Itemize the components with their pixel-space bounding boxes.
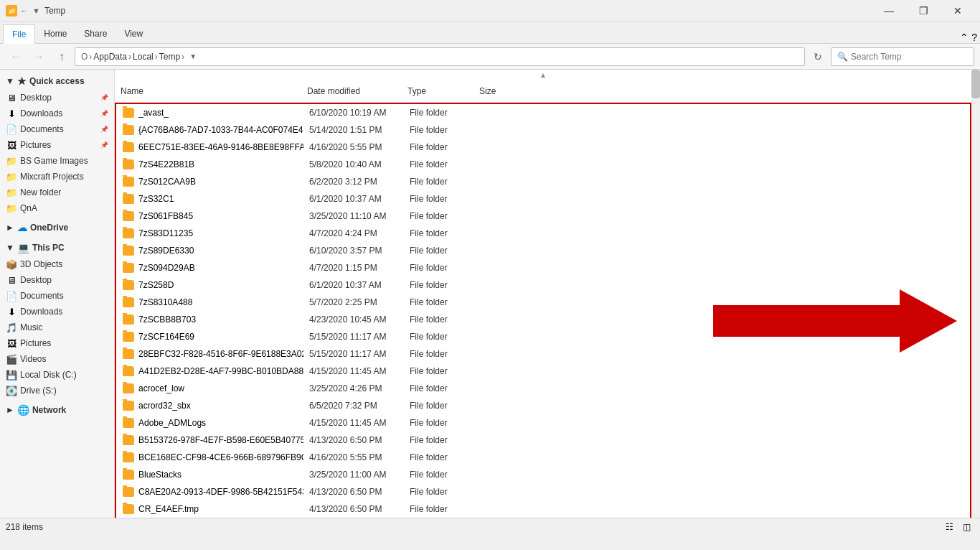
table-row[interactable]: C8AE20A2-0913-4DEF-9986-5B42151F54374/13… (116, 483, 970, 500)
sidebar-item-pictures[interactable]: 🖼 Pictures 📌 (0, 137, 114, 153)
table-row[interactable]: 28EBFC32-F828-4516-8F6F-9E6188E3A02A5/15… (116, 345, 970, 363)
sidebar-item-qna[interactable]: 📁 QnA (0, 200, 114, 216)
sidebar-item-videos[interactable]: 🎬 Videos (0, 351, 114, 367)
table-row[interactable]: 7zS061FB8453/25/2020 11:10 AMFile folder (116, 208, 970, 225)
file-size (476, 490, 533, 493)
table-row[interactable]: 7zS32C16/1/2020 10:37 AMFile folder (116, 190, 970, 208)
table-row[interactable]: {AC76BA86-7AD7-1033-7B44-AC0F074E4...5/1… (116, 121, 970, 139)
sidebar-item-mixcraft[interactable]: 📁 Mixcraft Projects (0, 169, 114, 185)
file-name: 6EEC751E-83EE-46A9-9146-8BE8E98FFA65 (138, 142, 303, 152)
large-icons-button[interactable]: ◫ (958, 519, 974, 535)
folder-icon (123, 504, 134, 514)
minimize-button[interactable]: — (872, 0, 905, 22)
search-box[interactable]: 🔍 (831, 47, 974, 66)
file-date: 4/15/2020 11:45 AM (303, 416, 404, 429)
sidebar-item-documents[interactable]: 📄 Documents 📌 (0, 121, 114, 137)
file-size (476, 111, 533, 114)
file-size (476, 508, 533, 511)
forward-button[interactable]: → (29, 47, 49, 67)
col-header-type[interactable]: Type (402, 83, 473, 99)
table-row[interactable]: 7zS83D112354/7/2020 4:24 PMFile folder (116, 225, 970, 242)
table-row[interactable]: Adobe_ADMLogs4/15/2020 11:45 AMFile fold… (116, 414, 970, 432)
help-icon[interactable]: ? (971, 32, 977, 43)
file-date: 3/25/2020 11:00 AM (303, 468, 404, 481)
scrollbar-area[interactable] (971, 70, 980, 518)
details-view-button[interactable]: ☷ (941, 519, 957, 535)
file-date: 4/16/2020 5:55 PM (303, 141, 404, 154)
title-bar-nav-back[interactable]: ← (20, 6, 28, 15)
quick-access-header[interactable]: ▼ ★ Quick access (0, 73, 114, 90)
sidebar-item-local-disk[interactable]: 💾 Local Disk (C:) (0, 367, 114, 383)
table-row[interactable]: acrocef_low3/25/2020 4:26 PMFile folder (116, 380, 970, 397)
onedrive-expand-icon: ► (6, 223, 14, 233)
close-button[interactable]: ✕ (941, 0, 974, 22)
sidebar-item-new-folder[interactable]: 📁 New folder (0, 185, 114, 200)
thispc-header[interactable]: ▼ 💻 This PC (0, 239, 114, 256)
tab-share[interactable]: Share (75, 24, 116, 43)
path-temp: Temp (159, 52, 180, 62)
table-row[interactable]: acrord32_sbx6/5/2020 7:32 PMFile folder (116, 397, 970, 414)
table-row[interactable]: A41D2EB2-D28E-4AF7-99BC-B010BDA88...4/15… (116, 363, 970, 380)
table-row[interactable]: 7zS8310A4885/7/2020 2:25 PMFile folder (116, 294, 970, 311)
file-date: 4/16/2020 5:55 PM (303, 451, 404, 464)
file-type: File folder (404, 330, 476, 343)
file-type: File folder (404, 485, 476, 498)
search-input[interactable] (851, 52, 968, 62)
file-name: 7zS094D29AB (138, 263, 195, 273)
refresh-button[interactable]: ↻ (808, 47, 828, 67)
table-row[interactable]: 7zS89DE63306/10/2020 3:57 PMFile folder (116, 242, 970, 259)
file-size (476, 266, 533, 269)
table-row[interactable]: 7zSCBB8B7034/23/2020 10:45 AMFile folder (116, 311, 970, 328)
table-row[interactable]: BCE168EC-CF98-4CE6-966B-689796FB9C474/16… (116, 449, 970, 466)
table-row[interactable]: _avast_6/10/2020 10:19 AMFile folder (116, 104, 970, 121)
ribbon-expand-icon[interactable]: ⌃ (960, 32, 969, 43)
table-row[interactable]: 7zS094D29AB4/7/2020 1:15 PMFile folder (116, 259, 970, 276)
network-header[interactable]: ► 🌐 Network (0, 401, 114, 419)
file-date: 6/1/2020 10:37 AM (303, 279, 404, 292)
thispc-section: ▼ 💻 This PC 📦 3D Objects 🖥 Desktop 📄 Doc… (0, 239, 114, 398)
file-name: B5153726-978F-4E7F-B598-E60E5B407758 (138, 435, 303, 445)
tab-file[interactable]: File (3, 24, 35, 44)
table-row[interactable]: 6EEC751E-83EE-46A9-9146-8BE8E98FFA654/16… (116, 139, 970, 156)
bs-game-folder-icon: 📁 (6, 155, 17, 167)
table-row[interactable]: 7zSCF164E695/15/2020 11:17 AMFile folder (116, 328, 970, 345)
file-date: 5/15/2020 11:17 AM (303, 348, 404, 360)
sidebar-item-bs-game[interactable]: 📁 BS Game Images (0, 153, 114, 169)
table-row[interactable]: 7zS4E22B81B5/8/2020 10:40 AMFile folder (116, 156, 970, 173)
col-header-name[interactable]: Name (115, 83, 301, 99)
sidebar-item-drive-s[interactable]: 💽 Drive (S:) (0, 383, 114, 398)
path-dropdown-button[interactable]: ▼ (186, 47, 200, 66)
up-button[interactable]: ↑ (52, 47, 72, 67)
title-bar-nav-down[interactable]: ▼ (32, 6, 40, 15)
maximize-button[interactable]: ❐ (907, 0, 940, 22)
table-row[interactable]: 7zS258D6/1/2020 10:37 AMFile folder (116, 276, 970, 294)
downloads-pc-icon: ⬇ (6, 306, 17, 317)
table-row[interactable]: B5153726-978F-4E7F-B598-E60E5B4077584/13… (116, 432, 970, 449)
sidebar-item-desktop[interactable]: 🖥 Desktop 📌 (0, 90, 114, 106)
window-controls: — ❐ ✕ (872, 0, 974, 22)
sidebar-item-pictures-pc[interactable]: 🖼 Pictures (0, 335, 114, 351)
col-header-date[interactable]: Date modified (301, 83, 402, 99)
sidebar-item-desktop-pc[interactable]: 🖥 Desktop (0, 272, 114, 288)
sidebar-item-downloads[interactable]: ⬇ Downloads 📌 (0, 106, 114, 121)
file-size (476, 456, 533, 459)
address-path[interactable]: O › AppData › Local › Temp › ▼ (75, 47, 805, 66)
network-icon: 🌐 (17, 404, 29, 416)
tab-view[interactable]: View (116, 24, 151, 43)
col-header-size[interactable]: Size (473, 83, 531, 99)
file-name: 7zS4E22B81B (138, 159, 194, 169)
folder-icon (123, 177, 134, 187)
sidebar-item-downloads-pc[interactable]: ⬇ Downloads (0, 304, 114, 320)
sidebar-item-music[interactable]: 🎵 Music (0, 320, 114, 335)
table-row[interactable]: BlueStacks3/25/2020 11:00 AMFile folder (116, 466, 970, 483)
sidebar-item-documents-pc[interactable]: 📄 Documents (0, 288, 114, 304)
back-button[interactable]: ← (6, 47, 26, 67)
quick-access-toolbar: 📁 ← ▼ (6, 5, 40, 17)
table-row[interactable]: 7zS012CAA9B6/2/2020 3:12 PMFile folder (116, 173, 970, 190)
tab-home[interactable]: Home (35, 24, 75, 43)
file-name: BlueStacks (138, 470, 182, 480)
sidebar-item-3d-objects[interactable]: 📦 3D Objects (0, 256, 114, 272)
onedrive-header[interactable]: ► ☁ OneDrive (0, 219, 114, 236)
file-name: 7zS061FB845 (138, 211, 193, 221)
table-row[interactable]: CR_E4AEF.tmp4/13/2020 6:50 PMFile folder (116, 500, 970, 518)
